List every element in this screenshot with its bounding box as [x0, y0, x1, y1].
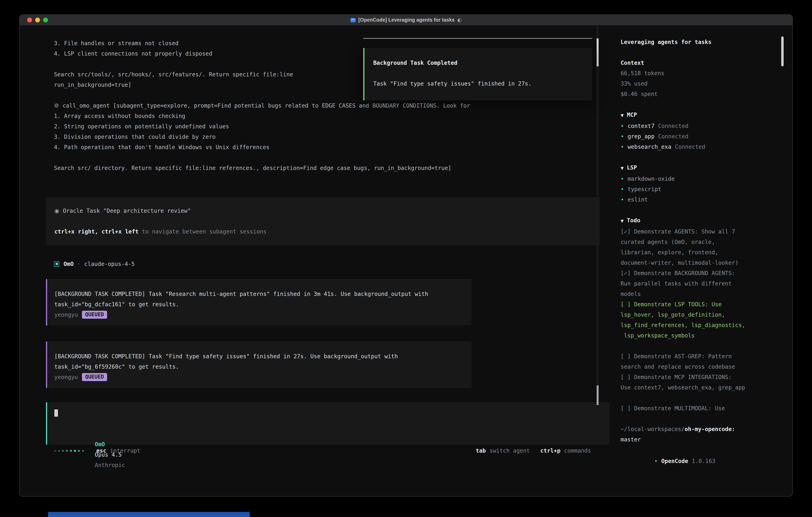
- context-tokens: 66,518 tokens: [620, 68, 792, 78]
- todo-item: [✓] Demonstrate AGENTS: Show all 7 curat…: [620, 226, 792, 268]
- collapse-triangle-icon: ▼: [620, 219, 624, 223]
- prompt-input[interactable]: OmO Opus 4.5 Anthropic: [46, 402, 609, 445]
- author-label: yeongyu: [54, 309, 78, 320]
- minimize-button[interactable]: [35, 18, 40, 22]
- active-agent-label: OmO: [95, 441, 105, 447]
- desktop: [OpenCode] Leveraging agents for tasks ◐…: [0, 0, 812, 517]
- todo-item: [ ] Demonstrate MULTIMODAL: Use: [620, 403, 792, 413]
- agent-model: claude-opus-4-5: [84, 261, 135, 267]
- scrollbar-thumb[interactable]: [597, 38, 599, 66]
- tab-key-label: tab: [476, 447, 486, 454]
- oracle-task-panel: ◉Oracle Task "Deep architecture review" …: [46, 197, 600, 245]
- lsp-section-header[interactable]: ▼LSP: [620, 162, 792, 173]
- bullet-icon: •: [620, 186, 624, 192]
- agent-session-header: OmO · claude-opus-4-5: [54, 259, 611, 269]
- window-title-text: [OpenCode] Leveraging agents for tasks: [358, 17, 455, 23]
- separator-dot: ·: [77, 261, 81, 267]
- mcp-status: Connected: [658, 133, 689, 140]
- message-line: [BACKGROUND TASK COMPLETED] Task "Find t…: [54, 351, 471, 361]
- mcp-name: context7: [628, 123, 655, 129]
- sidebar-scrollbar-thumb[interactable]: [781, 36, 784, 66]
- background-window-edge: [48, 512, 250, 517]
- workspace-path-prefix: ~/local-workspaces/: [620, 426, 685, 432]
- bullet-icon: •: [620, 133, 624, 140]
- shortcut-description: to navigate between subagent sessions: [139, 228, 266, 235]
- workspace-branch: master: [620, 434, 792, 445]
- sidebar: Leveraging agents for tasks Context 66,5…: [611, 26, 792, 497]
- app-name: OpenCode: [661, 458, 688, 464]
- app-version: •OpenCode1.0.163: [620, 445, 715, 456]
- blank-line: [620, 152, 792, 162]
- context-heading: Context: [620, 58, 792, 68]
- mcp-section-header[interactable]: ▼MCP: [620, 110, 792, 121]
- lsp-heading: LSP: [627, 164, 637, 171]
- terminal-line: 3. Division operations that could divide…: [20, 132, 611, 142]
- input-line: [54, 408, 609, 418]
- status-bar-left: esc interrupt: [54, 447, 140, 454]
- mcp-item: •grep_appConnected: [620, 131, 792, 141]
- blank-line: [620, 47, 792, 58]
- mcp-item: •websearch_exaConnected: [620, 141, 792, 152]
- gear-icon: ⚙: [54, 102, 59, 109]
- terminal-line: Search src/ directory. Return specific f…: [20, 163, 611, 173]
- todo-item: [ ] Demonstrate AST-GREP: Pattern search…: [620, 351, 792, 372]
- lsp-item: •typescript: [620, 184, 792, 194]
- close-button[interactable]: [27, 18, 32, 22]
- main-scrollbar[interactable]: [597, 26, 599, 405]
- spinner-icon: [54, 450, 86, 452]
- shortcut-keys: ctrl+x right, ctrl+x left: [54, 228, 139, 235]
- tool-call-line: ⚙call_omo_agent [subagent_type=explore, …: [20, 100, 611, 111]
- workspace-repo: oh-my-opencode:: [685, 426, 735, 432]
- notification-top-edge: [363, 38, 592, 39]
- notification-title: Background Task Completed: [373, 58, 592, 68]
- message-line: [BACKGROUND TASK COMPLETED] Task "Resear…: [54, 289, 471, 299]
- status-bar-right: tab switch agent ctrl+p commands: [476, 447, 591, 454]
- provider-label: Anthropic: [95, 462, 125, 468]
- document-icon: [350, 18, 355, 22]
- window-title: [OpenCode] Leveraging agents for tasks ◐: [350, 17, 462, 23]
- mcp-item: •context7Connected: [620, 121, 792, 131]
- scrollbar-thumb[interactable]: [597, 385, 599, 405]
- model-indicator: OmO Opus 4.5 Anthropic: [54, 429, 609, 439]
- terminal-line: 3. File handles or streams not closed: [20, 38, 611, 48]
- context-used: 33% used: [620, 78, 792, 89]
- session-title: Leveraging agents for tasks: [620, 37, 792, 47]
- background-task-message: [BACKGROUND TASK COMPLETED] Task "Find t…: [46, 342, 471, 388]
- blank-line: [54, 418, 609, 429]
- lsp-item: •eslint: [620, 194, 792, 205]
- esc-action-label: interrupt: [110, 447, 141, 454]
- tool-call-text: call_omo_agent [subagent_type=explore, p…: [62, 102, 470, 109]
- bullet-icon: •: [655, 458, 658, 464]
- todo-heading: Todo: [627, 217, 640, 223]
- mcp-status: Connected: [658, 123, 689, 129]
- message-line: task_id="bg_6f59260c" to get results.: [54, 361, 471, 372]
- zoom-button[interactable]: [43, 18, 48, 22]
- lsp-name: eslint: [628, 196, 648, 203]
- blank-line: [373, 68, 592, 78]
- todo-section-header[interactable]: ▼Todo: [620, 215, 792, 226]
- traffic-lights: [27, 15, 48, 25]
- bullet-icon: •: [620, 196, 624, 203]
- mcp-name: websearch_exa: [628, 143, 671, 150]
- lsp-name: typescript: [628, 186, 661, 192]
- terminal-line: 2. String operations on potentially unde…: [20, 121, 611, 132]
- titlebar: [OpenCode] Leveraging agents for tasks ◐: [20, 15, 792, 26]
- blank-line: [620, 413, 792, 424]
- agent-checkbox-icon: [54, 261, 59, 267]
- terminal-main: 3. File handles or streams not closed 4.…: [20, 26, 611, 497]
- terminal-line: 1. Array access without bounds checking: [20, 111, 611, 121]
- ctrlp-action-label: commands: [564, 447, 591, 454]
- terminal-line: 4. Path operations that don't handle Win…: [20, 142, 611, 152]
- background-task-message: [BACKGROUND TASK COMPLETED] Task "Resear…: [46, 279, 471, 325]
- mcp-status: Connected: [675, 143, 705, 150]
- oracle-task-line: ◉Oracle Task "Deep architecture review": [54, 206, 600, 216]
- bullet-icon: •: [620, 123, 624, 129]
- todo-item: [✓] Demonstrate BACKGROUND AGENTS: Run p…: [620, 268, 792, 299]
- text-cursor: [54, 409, 58, 417]
- ctrlp-key-label: ctrl+p: [540, 447, 560, 454]
- blank-line: [620, 205, 792, 215]
- message-meta: yeongyu QUEUED: [54, 372, 471, 382]
- half-circle-status-icon: ◐: [458, 17, 462, 23]
- status-badge: QUEUED: [82, 373, 107, 381]
- blank-line: [54, 216, 600, 226]
